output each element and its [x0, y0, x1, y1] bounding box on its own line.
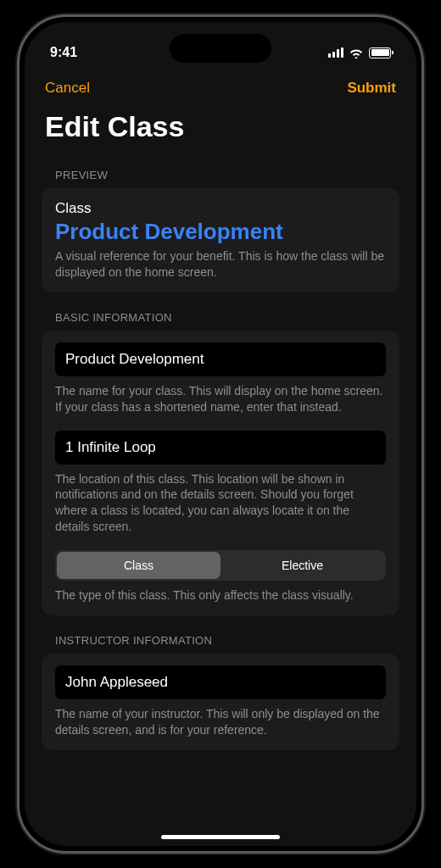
- class-type-helper: The type of this class. This only affect…: [55, 587, 386, 604]
- battery-icon: [369, 47, 391, 58]
- instructor-name-input[interactable]: [55, 665, 386, 699]
- preview-section-header: PREVIEW: [42, 157, 399, 188]
- nav-bar: Cancel Submit: [42, 70, 399, 103]
- phone-screen: 9:41 Cancel Submit Edit Class PREVIEW: [25, 22, 416, 846]
- submit-button[interactable]: Submit: [347, 80, 396, 97]
- preview-card: Class Product Development A visual refer…: [42, 188, 399, 292]
- location-helper: The location of this class. This locatio…: [55, 471, 386, 536]
- status-icons: [328, 47, 391, 58]
- instructor-name-helper: The name of your instructor. This will o…: [55, 706, 386, 738]
- location-input[interactable]: [55, 431, 386, 465]
- basic-card: The name for your class. This will displ…: [42, 331, 399, 615]
- wifi-icon: [349, 47, 364, 58]
- cancel-button[interactable]: Cancel: [45, 80, 90, 97]
- instructor-section-header: INSTRUCTOR INFORMATION: [42, 622, 399, 654]
- page-title: Edit Class: [42, 103, 399, 157]
- content-area: Cancel Submit Edit Class PREVIEW Class P…: [25, 70, 416, 846]
- preview-class-name: Product Development: [55, 219, 386, 245]
- home-indicator[interactable]: [161, 835, 280, 839]
- class-name-input[interactable]: [55, 342, 386, 376]
- preview-helper: A visual reference for your benefit. Thi…: [55, 248, 386, 281]
- class-name-helper: The name for your class. This will displ…: [55, 383, 386, 415]
- instructor-card: The name of your instructor. This will o…: [42, 654, 399, 750]
- basic-section-header: BASIC INFORMATION: [42, 299, 399, 331]
- segment-elective[interactable]: Elective: [220, 552, 384, 579]
- segment-class[interactable]: Class: [57, 552, 220, 579]
- phone-frame: 9:41 Cancel Submit Edit Class PREVIEW: [17, 14, 424, 854]
- status-time: 9:41: [50, 45, 77, 60]
- cellular-icon: [328, 47, 343, 58]
- preview-label: Class: [55, 200, 386, 217]
- class-type-segmented[interactable]: Class Elective: [55, 550, 386, 581]
- dynamic-island: [170, 34, 271, 63]
